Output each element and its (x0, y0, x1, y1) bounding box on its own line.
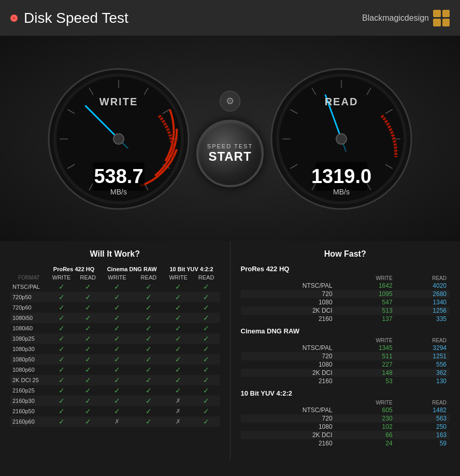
check-cell: ✓ (164, 333, 193, 344)
check-icon: ✓ (203, 366, 209, 374)
wiw-subheader-format: FORMAT (10, 273, 47, 282)
check-icon: ✓ (203, 283, 209, 291)
cross-icon: ✗ (176, 408, 181, 415)
check-cell: ✓ (134, 302, 163, 313)
check-cell: ✓ (76, 406, 100, 416)
hf-read-value: 250 (396, 423, 450, 431)
start-button-sub: SPEED TEST (207, 143, 253, 149)
check-cell: ✓ (47, 282, 75, 292)
hf-row-label: 720 (241, 414, 336, 423)
hf-col-header: READ (396, 275, 450, 282)
hf-row-label: 1080 (241, 360, 336, 369)
format-label: 1080p30 (10, 344, 47, 354)
cross-icon: ✗ (114, 418, 120, 425)
check-cell: ✗ (164, 416, 193, 427)
start-button[interactable]: SPEED TEST START (196, 120, 264, 187)
check-cell: ✓ (193, 396, 220, 406)
table-row: NTSC/PAL6051482 (241, 406, 450, 414)
check-cell: ✓ (134, 406, 163, 416)
table-row: 1080i60✓✓✓✓✓✓ (10, 323, 220, 333)
check-icon: ✓ (146, 334, 152, 343)
format-label: 2160p60 (10, 416, 47, 427)
check-icon: ✓ (146, 397, 152, 405)
will-it-work-title: Will It Work? (10, 249, 220, 259)
check-cell: ✓ (164, 375, 193, 385)
check-icon: ✓ (203, 407, 209, 415)
hf-row-label: 2160 (241, 439, 336, 447)
check-cell: ✓ (193, 292, 220, 302)
hf-read-value: 556 (396, 360, 450, 369)
hf-col-header: WRITE (336, 337, 396, 344)
check-cell: ✗ (164, 406, 193, 416)
brand-logo: Blackmagicdesign (362, 10, 450, 26)
check-icon: ✓ (175, 355, 181, 363)
check-icon: ✓ (146, 293, 152, 301)
check-icon: ✓ (114, 345, 120, 353)
check-cell: ✓ (100, 302, 134, 313)
check-icon: ✓ (175, 293, 181, 301)
format-label: 720p60 (10, 302, 47, 313)
check-cell: ✓ (134, 396, 163, 406)
check-icon: ✓ (114, 407, 120, 415)
check-cell: ✓ (134, 313, 163, 323)
hf-read-value: 59 (396, 439, 450, 447)
check-icon: ✓ (175, 334, 181, 343)
check-cell: ✓ (47, 375, 75, 385)
check-icon: ✓ (146, 283, 152, 291)
read-unit: MB/s (311, 188, 371, 196)
check-cell: ✓ (76, 323, 100, 333)
svg-text:WRITE: WRITE (99, 96, 138, 107)
hf-table: WRITEREADNTSC/PAL16424020720109526801080… (241, 275, 450, 323)
hf-read-value: 3294 (396, 344, 450, 352)
check-icon: ✓ (146, 324, 152, 332)
title-bar: × Disk Speed Test Blackmagicdesign (0, 0, 460, 36)
hf-row-label: 2160 (241, 377, 336, 385)
table-row: 1080p30✓✓✓✓✓✓ (10, 344, 220, 354)
hf-row-label: 1080 (241, 298, 336, 306)
check-cell: ✓ (193, 385, 220, 396)
check-icon: ✓ (203, 417, 209, 426)
table-row: NTSC/PAL✓✓✓✓✓✓ (10, 282, 220, 292)
start-button-main: START (208, 149, 251, 164)
check-icon: ✓ (59, 407, 65, 415)
table-row: 1080p60✓✓✓✓✓✓ (10, 365, 220, 375)
hf-read-value: 1256 (396, 306, 450, 315)
check-cell: ✓ (134, 333, 163, 344)
check-cell: ✓ (100, 385, 134, 396)
check-cell: ✓ (76, 313, 100, 323)
check-cell: ✓ (47, 333, 75, 344)
table-row: 7205111251 (241, 352, 450, 360)
check-cell: ✓ (100, 333, 134, 344)
hf-write-value: 148 (336, 369, 396, 377)
check-cell: ✓ (100, 282, 134, 292)
check-cell: ✓ (134, 365, 163, 375)
check-cell: ✓ (76, 416, 100, 427)
check-icon: ✓ (175, 386, 181, 395)
check-cell: ✓ (76, 375, 100, 385)
check-icon: ✓ (114, 376, 120, 384)
close-button[interactable]: × (10, 15, 18, 22)
check-icon: ✓ (59, 397, 65, 405)
check-icon: ✓ (146, 386, 152, 395)
check-icon: ✓ (114, 303, 120, 312)
hf-group: 10 Bit YUV 4:2:2WRITEREADNTSC/PAL6051482… (241, 389, 450, 447)
check-cell: ✓ (76, 385, 100, 396)
format-label: NTSC/PAL (10, 282, 47, 292)
check-icon: ✓ (59, 334, 65, 343)
table-row: 1080p25✓✓✓✓✓✓ (10, 333, 220, 344)
hf-write-value: 605 (336, 406, 396, 414)
hf-row-label: NTSC/PAL (241, 282, 336, 290)
gauges-section: WRITE 538.7 MB/s ⚙ SPEED TEST START (0, 36, 460, 241)
hf-row-label: 720 (241, 290, 336, 298)
check-icon: ✓ (146, 417, 152, 426)
check-cell: ✓ (193, 282, 220, 292)
hf-row-label: NTSC/PAL (241, 344, 336, 352)
table-row: 1080102250 (241, 423, 450, 431)
settings-button[interactable]: ⚙ (220, 91, 240, 111)
svg-text:READ: READ (325, 96, 358, 107)
wiw-subheader-read2: READ (134, 273, 163, 282)
check-cell: ✓ (193, 406, 220, 416)
check-icon: ✓ (85, 303, 91, 312)
hf-write-value: 102 (336, 423, 396, 431)
svg-point-35 (336, 134, 347, 144)
